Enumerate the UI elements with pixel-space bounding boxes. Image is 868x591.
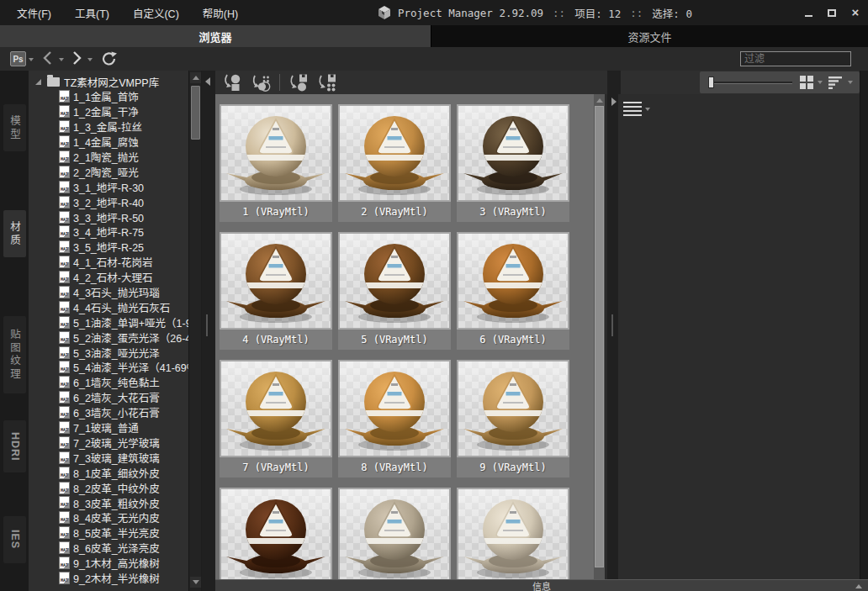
tree-item[interactable]: MAT1_4金属_腐蚀 — [29, 135, 188, 150]
scroll-up-icon[interactable] — [594, 95, 605, 106]
material-card[interactable] — [220, 488, 332, 579]
minimize-button[interactable] — [802, 7, 814, 18]
tree-item[interactable]: MAT1_1金属_首饰 — [29, 89, 188, 104]
back-dropdown-caret[interactable] — [59, 58, 64, 61]
thumbnail-size-slider-thumb[interactable] — [708, 77, 714, 88]
category-tab-model[interactable]: 模型 — [3, 104, 26, 151]
material-card[interactable]: 1 (VRayMtl) — [220, 104, 332, 222]
grid-view-icon[interactable] — [799, 75, 814, 90]
material-card[interactable]: 6 (VRayMtl) — [457, 232, 569, 350]
material-card-label: 3 (VRayMtl) — [457, 202, 569, 222]
collapse-right-icon[interactable] — [611, 98, 617, 106]
material-card[interactable]: 3 (VRayMtl) — [457, 104, 569, 222]
menu-item[interactable]: 自定义(C) — [121, 5, 191, 21]
menu-item[interactable]: 帮助(H) — [191, 5, 250, 21]
filter-input[interactable] — [740, 51, 851, 66]
material-card[interactable]: 7 (VRayMtl) — [220, 360, 332, 478]
refresh-button[interactable] — [101, 50, 118, 67]
tab-resource-files[interactable]: 资源文件 — [431, 25, 868, 47]
info-expand-icon[interactable] — [855, 584, 862, 588]
left-splitter[interactable] — [202, 71, 215, 591]
tree-item-label: 7_3玻璃_建筑玻璃 — [73, 450, 160, 465]
tree-item[interactable]: MAT4_1_石材-花岗岩 — [29, 255, 188, 270]
tree-item[interactable]: MAT7_2玻璃_光学玻璃 — [29, 435, 188, 450]
tree-item[interactable]: MAT9_1木材_高光橡树 — [29, 556, 188, 571]
photoshop-dropdown-caret[interactable] — [29, 58, 34, 61]
tree-item[interactable]: MAT8_1皮革_细纹外皮 — [29, 465, 188, 480]
tree-item-label: 2_1陶瓷_抛光 — [73, 150, 139, 165]
tree-item[interactable]: MAT9_2木材_半光橡树 — [29, 571, 188, 586]
menu-item[interactable]: 文件(F) — [5, 5, 63, 21]
tree-item[interactable]: MAT7_3玻璃_建筑玻璃 — [29, 450, 188, 465]
tree-root-node[interactable]: TZ素材网之VMPP库 — [29, 74, 159, 89]
material-card[interactable]: 5 (VRayMtl) — [338, 232, 451, 350]
tree-item[interactable]: MAT3_1_地坪-R-30 — [29, 179, 188, 194]
tree-item[interactable]: MAT1_2金属_干净 — [29, 104, 188, 119]
get-material-icon[interactable] — [251, 73, 272, 92]
tree-item[interactable]: MAT5_1油漆_单调+哑光（1-9% — [29, 314, 188, 330]
back-button[interactable] — [40, 50, 57, 68]
tree-item[interactable]: MAT8_3皮革_粗纹外皮 — [29, 495, 188, 510]
tree-item[interactable]: MAT2_2陶瓷_哑光 — [29, 164, 188, 179]
tree-item[interactable]: MAT5_3油漆_哑光光泽 — [29, 345, 188, 360]
collapse-left-icon[interactable] — [205, 77, 210, 86]
scroll-down-icon[interactable] — [190, 577, 201, 588]
tree-item[interactable]: MAT5_4油漆_半光泽（41-69%） — [29, 360, 188, 375]
forward-button[interactable] — [69, 50, 86, 68]
tree-item[interactable]: MAT4_3石头_抛光玛瑙 — [29, 285, 188, 300]
category-tab-material[interactable]: 材质 — [3, 210, 26, 257]
content-scrollbar-thumb[interactable] — [595, 106, 604, 567]
tree-item[interactable]: MAT3_2_地坪-R-40 — [29, 194, 188, 209]
maximize-button[interactable] — [826, 7, 838, 18]
tree-scrollbar-thumb[interactable] — [191, 86, 200, 140]
tab-browser[interactable]: 浏览器 — [0, 25, 431, 47]
material-card[interactable]: 8 (VRayMtl) — [338, 360, 451, 478]
category-tab-texture[interactable]: 贴图纹理 — [3, 316, 26, 393]
tree-item[interactable]: MAT3_4_地坪-R-75 — [29, 224, 188, 240]
panel-menu-caret[interactable] — [645, 108, 650, 111]
category-tab-hdri[interactable]: HDRI — [3, 420, 26, 472]
tree-scrollbar[interactable] — [188, 71, 201, 591]
sort-order-icon[interactable] — [828, 75, 843, 90]
toolbar-separator — [279, 74, 280, 91]
category-tab-ies[interactable]: IES — [3, 516, 26, 563]
tree-expander-icon[interactable] — [35, 79, 41, 85]
photoshop-button[interactable]: Ps — [10, 51, 26, 66]
scroll-up-icon[interactable] — [190, 72, 201, 83]
content-toolbar — [215, 71, 868, 94]
content-scrollbar[interactable] — [594, 94, 605, 579]
tree-item[interactable]: MAT6_2墙灰_大花石膏 — [29, 390, 188, 405]
render-all-previews-icon[interactable] — [316, 73, 337, 92]
panel-menu-icon[interactable] — [623, 102, 643, 117]
material-card[interactable]: 9 (VRayMtl) — [457, 360, 569, 478]
tree-item[interactable]: MAT7_1玻璃_普通 — [29, 420, 188, 435]
tree-item[interactable]: MAT3_3_地坪-R-50 — [29, 209, 188, 224]
tree-item[interactable]: MAT5_2油漆_蛋壳光泽（26-40 — [29, 330, 188, 345]
tree-item[interactable]: MAT4_2_石材-大理石 — [29, 270, 188, 285]
tree-item[interactable]: MAT4_4石头_抛光石灰石 — [29, 299, 188, 314]
material-card[interactable]: 4 (VRayMtl) — [220, 232, 332, 350]
assign-material-icon[interactable] — [222, 73, 243, 92]
tree-item[interactable]: MAT8_6皮革_光泽亮皮 — [29, 541, 188, 556]
material-card[interactable] — [457, 488, 569, 579]
thumbnail-size-slider-track[interactable] — [712, 82, 792, 84]
main-region: 模型材质贴图纹理HDRIIES TZ素材网之VMPP库 MAT1_1金属_首饰M… — [0, 71, 868, 591]
tree-item[interactable]: MAT3_5_地坪-R-25 — [29, 240, 188, 255]
tree-item[interactable]: MAT8_4皮革_无光内皮 — [29, 510, 188, 525]
tree-item[interactable]: MAT8_2皮革_中纹外皮 — [29, 480, 188, 495]
material-card[interactable]: 2 (VRayMtl) — [338, 104, 451, 222]
menu-item[interactable]: 工具(T) — [63, 5, 121, 21]
library-tree-panel: TZ素材网之VMPP库 MAT1_1金属_首饰MAT1_2金属_干净MAT1_3… — [29, 71, 188, 591]
close-button[interactable]: × — [849, 7, 861, 18]
tree-item[interactable]: MAT1_3_金属-拉丝 — [29, 119, 188, 135]
forward-dropdown-caret[interactable] — [87, 58, 93, 61]
view-dropdown-caret[interactable] — [818, 81, 823, 84]
info-bar[interactable]: 信息 — [215, 579, 868, 591]
material-card[interactable] — [338, 488, 451, 579]
sort-dropdown-caret[interactable] — [848, 81, 853, 84]
tree-item[interactable]: MAT6_1墙灰_纯色黏土 — [29, 375, 188, 390]
tree-item[interactable]: MAT6_3墙灰_小花石膏 — [29, 405, 188, 420]
tree-item[interactable]: MAT8_5皮革_半光亮皮 — [29, 525, 188, 541]
tree-item[interactable]: MAT2_1陶瓷_抛光 — [29, 150, 188, 165]
render-preview-icon[interactable] — [288, 73, 309, 92]
